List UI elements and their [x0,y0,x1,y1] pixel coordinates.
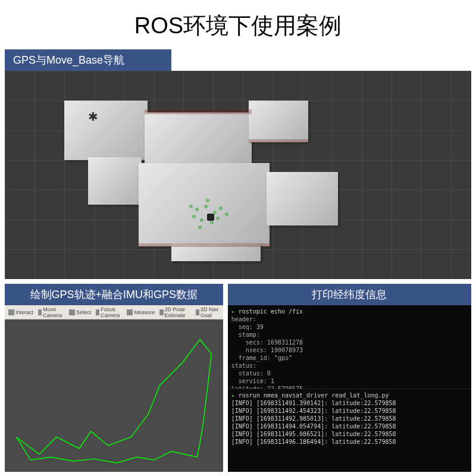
terminal-rostopic[interactable]: ▸ rostopic echo /fix header: seq: 39 sta… [228,305,471,389]
trajectory-canvas [5,320,223,472]
gps-trajectory-line [16,339,211,462]
terminal-rosrun[interactable]: ▸ rosrun nmea_navsat_driver read_lat_lon… [228,389,471,472]
right-panel-label: 打印经纬度信息 [228,284,471,305]
top-panel-label: GPS与Move_Base导航 [5,49,171,71]
goal-star-icon: ✱ [88,109,98,124]
left-panel: 绘制GPS轨迹+融合IMU和GPS数据 Interact Move Camera… [5,284,223,472]
tb-move-camera[interactable]: Move Camera [38,306,64,318]
robot-pose-icon [207,214,214,221]
right-panel: 打印经纬度信息 ▸ rostopic echo /fix header: seq… [228,284,471,472]
tb-measure[interactable]: Measure [127,309,155,315]
rviz-toolbar: Interact Move Camera Select Focus Camera… [5,305,223,320]
left-panel-label: 绘制GPS轨迹+融合IMU和GPS数据 [5,284,223,305]
tb-2d-pose[interactable]: 2D Pose Estimate [159,306,191,318]
tb-focus-camera[interactable]: Focus Camera [96,306,122,318]
page-title: ROS环境下使用案例 [0,0,476,49]
tb-select[interactable]: Select [69,309,91,315]
top-panel: GPS与Move_Base导航 ✱ [5,49,471,279]
occupancy-grid: ✱ [52,89,397,267]
tb-2d-nav-goal[interactable]: 2D Nav Goal [196,306,220,318]
rviz-trajectory-view[interactable]: Interact Move Camera Select Focus Camera… [5,305,223,472]
rviz-map-view[interactable]: ✱ [5,71,471,279]
tb-interact[interactable]: Interact [8,309,33,315]
